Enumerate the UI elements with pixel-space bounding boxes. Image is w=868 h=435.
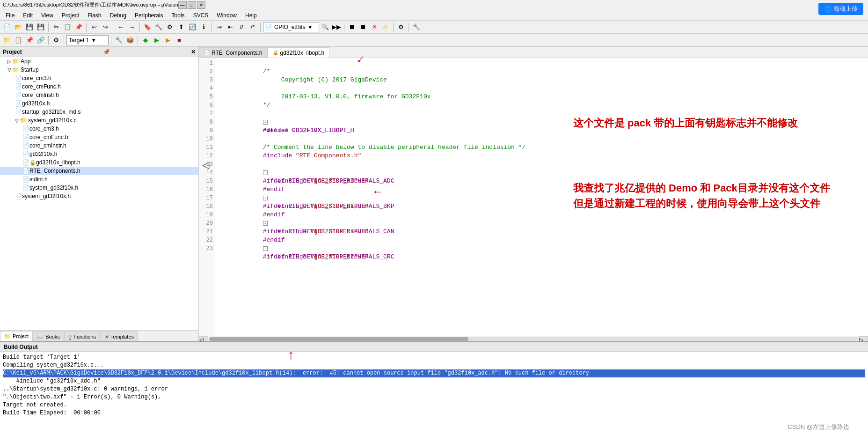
- scroll-left-btn[interactable]: ◁: [199, 336, 208, 342]
- tree-item-rte-components[interactable]: 📄 RTE_Components.h: [0, 167, 198, 175]
- tree-item-gd32-libopt[interactable]: 📄 🔒 gd32f10x_libopt.h: [0, 158, 198, 167]
- menu-flash[interactable]: Flash: [84, 11, 105, 20]
- tree-item-system-h2[interactable]: 📄 system_gd32f10x.h: [0, 184, 198, 192]
- tree-label: core_cmInstr.h: [29, 142, 66, 149]
- tree-item-core-cmfunc-h[interactable]: 📄 core_cmFunc.h: [0, 82, 198, 91]
- build-btn[interactable]: 🔨: [153, 22, 164, 32]
- tab-books[interactable]: 📖 Books: [33, 331, 64, 341]
- maximize-button[interactable]: □: [188, 1, 196, 9]
- paste-btn[interactable]: 📌: [73, 22, 84, 32]
- code-line-10: /* Comment the line below to disable per…: [219, 135, 864, 143]
- settings2-btn[interactable]: ⚙: [51, 35, 61, 45]
- code-line-17: #include "gd32f10x_bkp.h": [219, 194, 864, 202]
- code-line-20: #include "gd32f10x_can.h": [219, 219, 864, 228]
- menu-window[interactable]: Window: [213, 11, 241, 20]
- scroll-thumb[interactable]: [209, 337, 468, 341]
- format2-btn[interactable]: /*: [248, 22, 258, 32]
- tree-item-system-h[interactable]: 📄 system_gd32f10x.h: [0, 192, 198, 200]
- menu-file[interactable]: File: [2, 11, 18, 20]
- pin-icon[interactable]: 📌: [103, 49, 110, 55]
- tree-item-core-cm3-h[interactable]: 📄 core_cm3.h: [0, 74, 198, 82]
- build2-btn[interactable]: ⚙: [165, 22, 175, 32]
- code-line-6: [219, 101, 864, 110]
- menu-project[interactable]: Project: [58, 11, 83, 20]
- scroll-track[interactable]: [209, 337, 858, 341]
- tree-item-core-cminstr-h2[interactable]: 📄 core_cmInstr.h: [0, 141, 198, 150]
- tab-functions[interactable]: {} Functions: [64, 331, 100, 341]
- bookmark-btn[interactable]: 🔖: [142, 22, 153, 32]
- new-file-btn[interactable]: 📄: [2, 22, 12, 32]
- run3-btn[interactable]: ■: [174, 35, 184, 45]
- diamond-btn[interactable]: ◆: [140, 35, 151, 45]
- stop-btn[interactable]: ⏹: [347, 22, 357, 32]
- warn-btn[interactable]: ⚠: [380, 22, 391, 32]
- minimize-button[interactable]: —: [178, 1, 187, 9]
- tree-item-app[interactable]: ▷ 📁 App: [0, 57, 198, 66]
- menu-view[interactable]: View: [37, 11, 57, 20]
- tree-item-stdint[interactable]: 📄 stdint.h: [0, 175, 198, 184]
- load-btn[interactable]: ⬆: [176, 22, 186, 32]
- indent-btn[interactable]: ⇥: [214, 22, 224, 32]
- copy-btn[interactable]: 📋: [62, 22, 73, 32]
- toolbar2-btn2[interactable]: 📋: [13, 35, 23, 45]
- tree-item-gd32f10x-h2[interactable]: 📄 gd32f10x.h: [0, 150, 198, 158]
- tree-item-gd32f10x-h[interactable]: 📄 gd32f10x.h: [0, 99, 198, 108]
- info-btn[interactable]: ℹ: [198, 22, 209, 32]
- panel-collapse-arrow[interactable]: ◁: [202, 159, 209, 170]
- main-layout: Project 📌 ✕ ▷ 📁 App ▽ 📁 Startup 📄: [0, 47, 868, 435]
- undo-btn[interactable]: ↩: [89, 22, 99, 32]
- file-select-dropdown[interactable]: 📄 GPIO_etBits ▼: [263, 22, 319, 32]
- stop2-btn[interactable]: ⏹: [358, 22, 368, 32]
- save-btn[interactable]: 💾: [24, 22, 35, 32]
- toolbar2-btn1[interactable]: 📁: [2, 35, 12, 45]
- tree-item-startup-s[interactable]: 📄 startup_gd32f10x_md.s: [0, 108, 198, 116]
- folder-icon: 📁: [12, 58, 19, 65]
- file-tab-libopt[interactable]: 🔒 gd32f10x_libopt.h: [268, 47, 330, 58]
- format-btn[interactable]: //: [236, 22, 247, 32]
- tree-item-core-cminstr-h[interactable]: 📄 core_cmInstr.h: [0, 91, 198, 99]
- code-scrollbar[interactable]: ◁ ▷: [199, 336, 868, 341]
- more-btn[interactable]: ▶▶: [331, 22, 342, 32]
- scroll-right-btn[interactable]: ▷: [859, 336, 868, 342]
- refresh-btn[interactable]: 🔃: [187, 22, 197, 32]
- error-btn[interactable]: ✕: [369, 22, 379, 32]
- tree-item-system-c[interactable]: ▽ 📁 system_gd32f10x.c: [0, 116, 198, 125]
- file-icon: 📄: [22, 151, 28, 157]
- redo-btn[interactable]: ↪: [100, 22, 110, 32]
- code-content[interactable]: /* Copyright (C) 2017 GigaDevice 2017-03…: [215, 58, 868, 336]
- toolbar2-btn3[interactable]: 📌: [24, 35, 35, 45]
- back-btn[interactable]: ←: [116, 22, 126, 32]
- settings-btn[interactable]: ⚙: [396, 22, 406, 32]
- menu-debug[interactable]: Debug: [106, 11, 130, 20]
- forward-btn[interactable]: →: [127, 22, 137, 32]
- menu-edit[interactable]: Edit: [19, 11, 36, 20]
- menu-svcs[interactable]: SVCS: [190, 11, 212, 20]
- tab-templates[interactable]: ⊡ Templates: [100, 331, 138, 341]
- target-dropdown[interactable]: Target 1 ▼: [66, 35, 109, 45]
- menu-peripherals[interactable]: Peripherals: [131, 11, 167, 20]
- target-settings-btn[interactable]: 🔧: [114, 35, 124, 45]
- search-btn[interactable]: 🔍: [320, 22, 330, 32]
- outdent-btn[interactable]: ⇤: [225, 22, 235, 32]
- tree-item-core-cmfunc-h2[interactable]: 📄 core_cmFunc.h: [0, 133, 198, 141]
- cut-btn[interactable]: ✂: [51, 22, 61, 32]
- tree-item-startup[interactable]: ▽ 📁 Startup: [0, 66, 198, 74]
- tools2-btn[interactable]: 🔧: [411, 22, 422, 32]
- menu-help[interactable]: Help: [241, 11, 261, 20]
- rtx-btn[interactable]: 📦: [125, 35, 135, 45]
- close-button[interactable]: ✕: [197, 1, 205, 9]
- run2-btn[interactable]: ▶: [163, 35, 173, 45]
- csdn-watermark: CSDN @左边上修路边: [788, 423, 849, 431]
- file-tab-rte[interactable]: 📄 RTE_Components.h: [199, 47, 268, 58]
- run-btn[interactable]: ▶: [152, 35, 162, 45]
- toolbar2-btn4[interactable]: 🔗: [36, 35, 46, 45]
- save-all-btn[interactable]: 💾: [36, 22, 46, 32]
- baidu-upload-button[interactable]: 🌐 海魂上传: [818, 3, 863, 15]
- build-output-content[interactable]: Build target 'Target 1' Compiling system…: [0, 352, 868, 435]
- tab-project[interactable]: 📁 Project: [0, 331, 33, 341]
- code-line-23: #include "gd32f10x_crc.h": [219, 244, 864, 253]
- open-file-btn[interactable]: 📂: [13, 22, 23, 32]
- close-panel-icon[interactable]: ✕: [191, 49, 196, 55]
- menu-tools[interactable]: Tools: [168, 11, 189, 20]
- tree-item-core-cm3-h2[interactable]: 📄 core_cm3.h: [0, 125, 198, 133]
